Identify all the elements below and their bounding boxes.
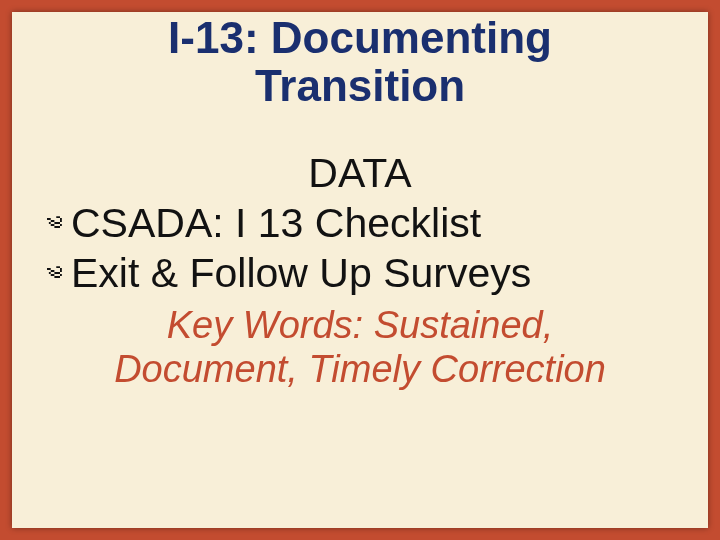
bullet-text: Exit & Follow Up Surveys	[71, 248, 531, 298]
keywords-line-1: Key Words: Sustained,	[167, 304, 554, 346]
slide-canvas: I-13: Documenting Transition DATA ༄ CSAD…	[12, 12, 708, 528]
title-line-1: I-13: Documenting	[168, 13, 552, 62]
bullet-list: ༄ CSADA: I 13 Checklist ༄ Exit & Follow …	[47, 198, 673, 298]
title-line-2: Transition	[255, 61, 465, 110]
section-heading: DATA	[47, 151, 673, 196]
bullet-icon: ༄	[47, 257, 83, 294]
bullet-icon: ༄	[47, 207, 83, 244]
keywords: Key Words: Sustained, Document, Timely C…	[47, 304, 673, 391]
bullet-text: CSADA: I 13 Checklist	[71, 198, 481, 248]
list-item: ༄ Exit & Follow Up Surveys	[47, 248, 673, 298]
slide-title: I-13: Documenting Transition	[47, 12, 673, 151]
keywords-line-2: Document, Timely Correction	[114, 348, 606, 390]
list-item: ༄ CSADA: I 13 Checklist	[47, 198, 673, 248]
